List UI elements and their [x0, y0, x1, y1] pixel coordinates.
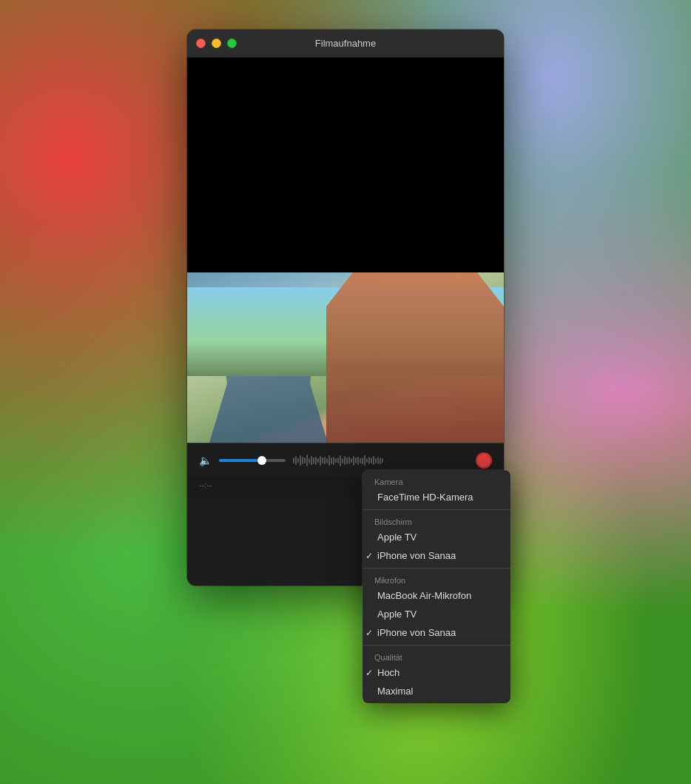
wave-bar — [311, 456, 312, 465]
check-icon: ✓ — [365, 551, 373, 561]
wave-bar — [306, 455, 308, 466]
wave-bar — [295, 456, 297, 465]
wave-bar — [324, 457, 326, 464]
qualitaet-header: Qualität — [363, 649, 510, 663]
check-icon: ✓ — [365, 668, 373, 678]
audio-waveform — [293, 453, 468, 468]
slider-thumb[interactable] — [257, 456, 266, 465]
macbook-mikrofon-label: MacBook Air-Mikrofon — [374, 590, 471, 601]
time-display: --:-- — [199, 480, 212, 489]
wave-bar — [333, 457, 334, 465]
wave-bar — [346, 458, 348, 464]
video-preview — [187, 272, 504, 443]
menu-item-appletv-bildschirm[interactable]: Apple TV — [363, 528, 510, 546]
menu-item-maximal[interactable]: Maximal — [363, 682, 510, 700]
menu-item-iphone-bildschirm[interactable]: ✓ iPhone von Sanaa — [363, 546, 510, 565]
menu-item-appletv-mikrofon[interactable]: Apple TV — [363, 605, 510, 623]
wave-bar — [317, 458, 319, 463]
wave-bar — [360, 458, 361, 463]
menu-item-macbook-mikrofon[interactable]: MacBook Air-Mikrofon — [363, 586, 510, 605]
wave-bar — [313, 458, 314, 464]
wave-bar — [382, 458, 383, 463]
close-button[interactable] — [196, 38, 206, 48]
menu-item-iphone-mikrofon[interactable]: ✓ iPhone von Sanaa — [363, 623, 510, 642]
kamera-header: Kamera — [363, 473, 510, 488]
wave-bar — [353, 456, 354, 466]
slider-fill — [219, 459, 260, 462]
wave-bar — [377, 457, 379, 464]
appletv-bildschirm-label: Apple TV — [374, 532, 417, 543]
menu-section-qualitaet: Qualität ✓ Hoch Maximal — [363, 645, 510, 703]
wave-bar — [337, 458, 339, 463]
video-mountains — [187, 287, 504, 376]
wave-bar — [373, 456, 374, 465]
wave-bar — [293, 458, 294, 463]
wave-bar — [297, 458, 299, 463]
wave-bar — [368, 457, 370, 464]
iphone-bildschirm-label: iPhone von Sanaa — [374, 550, 456, 561]
menu-section-kamera: Kamera FaceTime HD-Kamera — [363, 470, 510, 509]
dropdown-menu: Kamera FaceTime HD-Kamera Bildschirm App… — [363, 470, 510, 703]
appletv-mikrofon-label: Apple TV — [374, 609, 417, 620]
wave-bar — [331, 458, 332, 464]
wave-bar — [366, 458, 368, 463]
wave-bar — [322, 458, 323, 463]
wave-bar — [300, 455, 301, 466]
record-button[interactable] — [476, 452, 492, 469]
titlebar: Filmaufnahme — [187, 30, 504, 58]
menu-section-mikrofon: Mikrofon MacBook Air-Mikrofon Apple TV ✓… — [363, 568, 510, 645]
wave-bar — [351, 458, 352, 463]
wave-bar — [371, 458, 372, 463]
slider-track — [219, 459, 286, 462]
volume-icon: 🔈 — [199, 455, 212, 466]
hoch-label: Hoch — [374, 667, 400, 678]
wave-bar — [357, 457, 359, 465]
maximal-label: Maximal — [374, 686, 413, 697]
wave-bar — [364, 455, 365, 466]
wave-bar — [348, 457, 350, 464]
wave-bar — [320, 456, 321, 466]
facetime-label: FaceTime HD-Kamera — [374, 492, 473, 503]
wave-bar — [340, 455, 341, 466]
menu-section-bildschirm: Bildschirm Apple TV ✓ iPhone von Sanaa — [363, 509, 510, 568]
wave-bar — [355, 458, 357, 463]
wave-bar — [380, 458, 381, 464]
wave-bar — [362, 458, 363, 464]
video-black-area — [187, 58, 504, 272]
wave-bar — [302, 457, 303, 464]
mikrofon-header: Mikrofon — [363, 572, 510, 586]
wave-bar — [315, 457, 317, 465]
menu-item-facetime[interactable]: FaceTime HD-Kamera — [363, 488, 510, 506]
traffic-lights — [196, 38, 237, 48]
check-icon: ✓ — [365, 628, 373, 638]
wave-bar — [342, 458, 343, 463]
menu-item-hoch[interactable]: ✓ Hoch — [363, 663, 510, 682]
wave-bar — [309, 458, 310, 463]
bildschirm-header: Bildschirm — [363, 513, 510, 528]
maximize-button[interactable] — [227, 38, 237, 48]
iphone-mikrofon-label: iPhone von Sanaa — [374, 627, 456, 638]
window-title: Filmaufnahme — [315, 38, 376, 49]
wave-bar — [326, 458, 328, 463]
wave-bar — [335, 458, 337, 463]
minimize-button[interactable] — [212, 38, 221, 48]
wave-bar — [375, 458, 377, 463]
wave-bar — [328, 455, 330, 466]
volume-slider[interactable] — [219, 459, 286, 462]
wave-bar — [304, 458, 306, 463]
wave-bar — [344, 456, 346, 465]
